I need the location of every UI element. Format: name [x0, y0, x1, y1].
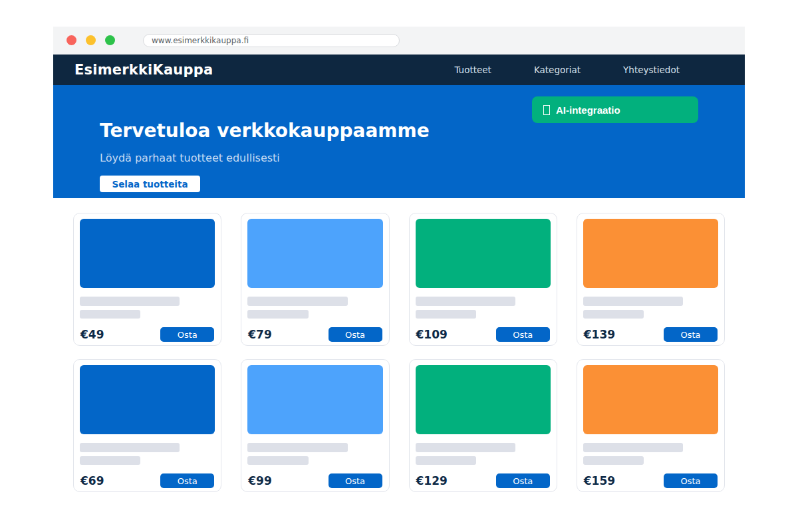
product-image-placeholder [247, 219, 382, 288]
ai-integration-badge-label: AI-integraatio [556, 104, 620, 116]
ai-integration-badge[interactable]: AI-integraatio [532, 96, 698, 123]
product-subtitle-placeholder [80, 310, 140, 319]
product-title-placeholder [583, 297, 683, 306]
product-subtitle-placeholder [416, 456, 476, 465]
hero-subtitle: Löydä parhaat tuotteet edullisesti [100, 152, 430, 164]
product-card-footer: €129 Osta [416, 473, 551, 488]
nav-item-yhteystiedot[interactable]: Yhteystiedot [623, 65, 680, 75]
product-subtitle-placeholder [80, 456, 140, 465]
product-title-placeholder [416, 443, 515, 452]
buy-button[interactable]: Osta [160, 327, 214, 342]
product-subtitle-placeholder [416, 310, 476, 319]
nav-item-kategoriat[interactable]: Kategoriat [534, 65, 581, 75]
buy-button[interactable]: Osta [664, 473, 718, 488]
product-card-footer: €69 Osta [80, 473, 215, 488]
browser-window: EsimerkkiKauppa Tuotteet Kategoriat Yhte… [53, 27, 745, 492]
traffic-lights [66, 35, 115, 45]
product-price: €129 [416, 474, 448, 487]
page: EsimerkkiKauppa Tuotteet Kategoriat Yhte… [0, 0, 798, 532]
buy-button[interactable]: Osta [664, 327, 718, 342]
product-title-placeholder [80, 297, 180, 306]
product-title-placeholder [247, 297, 347, 306]
product-image-placeholder [247, 365, 382, 434]
product-card: €109 Osta [409, 213, 557, 346]
buy-button[interactable]: Osta [329, 327, 382, 342]
browse-products-button[interactable]: Selaa tuotteita [100, 176, 200, 192]
product-card: €79 Osta [241, 213, 389, 346]
product-card: €49 Osta [73, 213, 221, 346]
buy-button[interactable]: Osta [496, 473, 550, 488]
product-card-footer: €79 Osta [247, 327, 382, 342]
product-image-placeholder [583, 219, 718, 288]
hero-section: Tervetuloa verkkokauppaamme Löydä parhaa… [53, 85, 745, 198]
product-image-placeholder [416, 219, 551, 288]
product-title-placeholder [416, 297, 515, 306]
product-card-footer: €159 Osta [583, 473, 718, 488]
minimize-window-button[interactable] [86, 35, 96, 45]
product-title-placeholder [80, 443, 180, 452]
zoom-window-button[interactable] [105, 35, 115, 45]
product-card-footer: €109 Osta [416, 327, 551, 342]
product-card: €139 Osta [577, 213, 725, 346]
buy-button[interactable]: Osta [496, 327, 550, 342]
product-grid: €49 Osta €79 Osta €109 [53, 198, 745, 492]
product-card: €159 Osta [577, 359, 725, 492]
product-card: €129 Osta [409, 359, 557, 492]
url-input[interactable] [143, 34, 400, 47]
missing-glyph-icon [543, 105, 550, 115]
product-card: €99 Osta [241, 359, 389, 492]
product-price: €159 [584, 474, 615, 487]
product-card: €69 Osta [73, 359, 221, 492]
product-image-placeholder [416, 365, 551, 434]
product-image-placeholder [80, 219, 215, 288]
product-image-placeholder [80, 365, 215, 434]
hero-title: Tervetuloa verkkokauppaamme [100, 120, 430, 142]
main-nav: Tuotteet Kategoriat Yhteystiedot [454, 65, 680, 75]
product-price: €99 [248, 474, 272, 487]
product-price: €139 [584, 328, 615, 341]
close-window-button[interactable] [66, 35, 76, 45]
product-card-footer: €139 Osta [583, 327, 718, 342]
product-subtitle-placeholder [247, 456, 308, 465]
product-price: €109 [416, 328, 448, 341]
product-price: €49 [80, 328, 104, 341]
product-title-placeholder [583, 443, 683, 452]
product-subtitle-placeholder [583, 310, 644, 319]
product-subtitle-placeholder [247, 310, 308, 319]
product-card-footer: €49 Osta [80, 327, 215, 342]
browser-chrome [53, 27, 745, 55]
buy-button[interactable]: Osta [160, 473, 214, 488]
buy-button[interactable]: Osta [329, 473, 382, 488]
site-header: EsimerkkiKauppa Tuotteet Kategoriat Yhte… [53, 55, 745, 85]
product-subtitle-placeholder [583, 456, 644, 465]
product-image-placeholder [583, 365, 718, 434]
nav-item-tuotteet[interactable]: Tuotteet [454, 65, 491, 75]
product-price: €69 [80, 474, 104, 487]
product-card-footer: €99 Osta [247, 473, 382, 488]
site-logo: EsimerkkiKauppa [74, 62, 213, 78]
product-price: €79 [248, 328, 272, 341]
product-title-placeholder [247, 443, 347, 452]
hero-content: Tervetuloa verkkokauppaamme Löydä parhaa… [100, 120, 430, 192]
